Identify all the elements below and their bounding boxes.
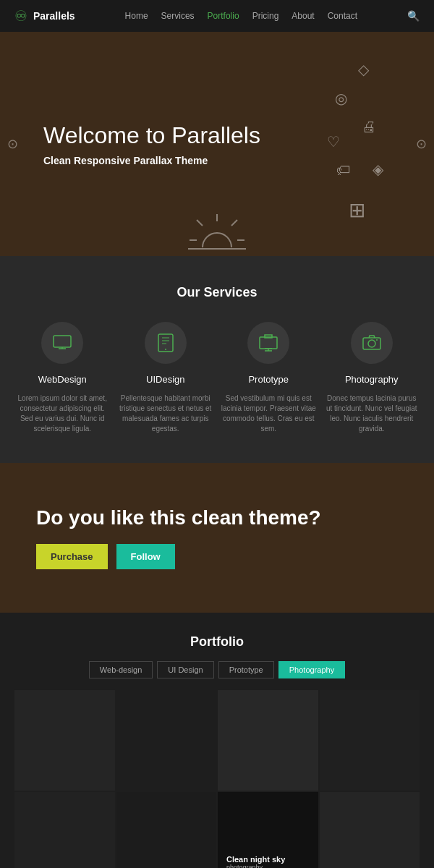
nav-links: Home Services Portfolio Pricing About Co…: [125, 11, 357, 21]
hero-next-arrow[interactable]: ⊙: [416, 136, 427, 152]
deco-diamond-icon: ◇: [358, 61, 369, 78]
service-uidesign: UIDesign Pellentesque habitant morbi tri…: [118, 322, 214, 434]
svg-line-3: [197, 220, 203, 226]
deco-tag-icon: ◈: [373, 161, 383, 178]
filter-prototype[interactable]: Prototype: [218, 661, 274, 678]
portfolio-section: Portfolio Web-design UI Design Prototype…: [0, 613, 434, 868]
portfolio-filters: Web-design UI Design Prototype Photograp…: [14, 661, 420, 678]
hero-title: Welcome to Parallels: [43, 122, 260, 149]
deco-print-icon: 🖨: [362, 119, 376, 135]
services-section: Our Services WebDesign Lorem ipsum dolor…: [0, 256, 434, 463]
hero-section: Welcome to Parallels Clean Responsive Pa…: [0, 32, 434, 256]
portfolio-item-8[interactable]: [320, 792, 420, 869]
portfolio-item-featured[interactable]: Clean night sky photography 53 230: [218, 792, 318, 869]
svg-point-20: [368, 340, 375, 347]
portfolio-item-5[interactable]: [14, 792, 115, 869]
svg-point-21: [376, 339, 378, 341]
portfolio-title: Portfolio: [14, 634, 420, 650]
photography-icon: [362, 335, 381, 351]
services-grid: WebDesign Lorem ipsum dolor sit amet, co…: [14, 322, 420, 434]
nav-link-portfolio[interactable]: Portfolio: [208, 11, 239, 21]
filter-uidesign[interactable]: UI Design: [157, 661, 213, 678]
deco-grid-icon: ⊞: [349, 198, 365, 222]
featured-title: Clean night sky: [226, 855, 310, 864]
filter-photography[interactable]: Photography: [278, 661, 345, 678]
portfolio-item-1[interactable]: [14, 690, 115, 791]
service-prototype: Prototype Sed vestibulum mi quis est lac…: [221, 322, 317, 434]
photography-icon-wrap: [351, 322, 393, 364]
hero-content: Welcome to Parallels Clean Responsive Pa…: [0, 79, 304, 210]
search-icon[interactable]: 🔍: [407, 10, 420, 22]
nav-link-pricing[interactable]: Pricing: [252, 11, 279, 21]
svg-rect-14: [260, 337, 277, 349]
uidesign-icon-wrap: [145, 322, 187, 364]
filter-webdesign[interactable]: Web-design: [89, 661, 153, 678]
webdesign-icon: [53, 335, 72, 351]
deco-heart-icon: ♡: [327, 133, 340, 150]
prototype-icon-wrap: [247, 322, 289, 364]
hero-subtitle: Clean Responsive Parallax Theme: [43, 155, 260, 166]
svg-point-10: [165, 349, 166, 350]
deco-label-icon: 🏷: [336, 162, 351, 179]
svg-rect-15: [265, 335, 272, 338]
uidesign-name: UIDesign: [146, 374, 184, 385]
navbar: ♾ Parallels Home Services Portfolio Pric…: [0, 0, 434, 32]
webdesign-desc: Lorem ipsum dolor sit amet, consectetur …: [14, 393, 111, 434]
featured-category: photography: [226, 864, 310, 868]
svg-rect-6: [54, 336, 71, 347]
service-webdesign: WebDesign Lorem ipsum dolor sit amet, co…: [14, 322, 111, 434]
logo-text: Parallels: [33, 10, 75, 22]
logo-icon: ♾: [14, 7, 27, 25]
photography-name: Photography: [345, 374, 399, 385]
portfolio-grid: Clean night sky photography 53 230: [14, 690, 420, 868]
hero-sun-icon: [188, 214, 246, 256]
hero-decorative-icons: ◇ ◎ 🖨 ♡ ◈ 🏷 ⊞: [304, 54, 391, 242]
nav-link-services[interactable]: Services: [161, 11, 195, 21]
svg-line-1: [231, 220, 237, 226]
portfolio-item-6[interactable]: [116, 792, 217, 869]
nav-link-home[interactable]: Home: [125, 11, 148, 21]
purchase-button[interactable]: Purchase: [36, 544, 108, 569]
photography-desc: Donec tempus lacinia purus ut tincidunt.…: [324, 393, 420, 434]
prototype-icon: [259, 334, 278, 352]
portfolio-item-3[interactable]: [218, 690, 318, 791]
cta-title: Do you like this clean theme?: [36, 506, 398, 529]
services-title: Our Services: [14, 285, 420, 300]
nav-link-contact[interactable]: Contact: [328, 11, 357, 21]
follow-button[interactable]: Follow: [116, 544, 175, 569]
cta-buttons: Purchase Follow: [36, 544, 398, 569]
webdesign-name: WebDesign: [38, 374, 87, 385]
portfolio-item-2[interactable]: [116, 690, 217, 791]
uidesign-icon: [158, 333, 174, 352]
prototype-desc: Sed vestibulum mi quis est lacinia tempo…: [221, 393, 317, 434]
uidesign-desc: Pellentesque habitant morbi tristique se…: [118, 393, 214, 434]
portfolio-item-4[interactable]: [320, 690, 420, 791]
deco-circle-icon: ◎: [335, 90, 347, 107]
service-photography: Photography Donec tempus lacinia purus u…: [324, 322, 420, 434]
nav-link-about[interactable]: About: [292, 11, 314, 21]
cta-section: Do you like this clean theme? Purchase F…: [0, 463, 434, 613]
logo: ♾ Parallels: [14, 7, 75, 25]
prototype-name: Prototype: [248, 374, 289, 385]
webdesign-icon-wrap: [41, 322, 83, 364]
